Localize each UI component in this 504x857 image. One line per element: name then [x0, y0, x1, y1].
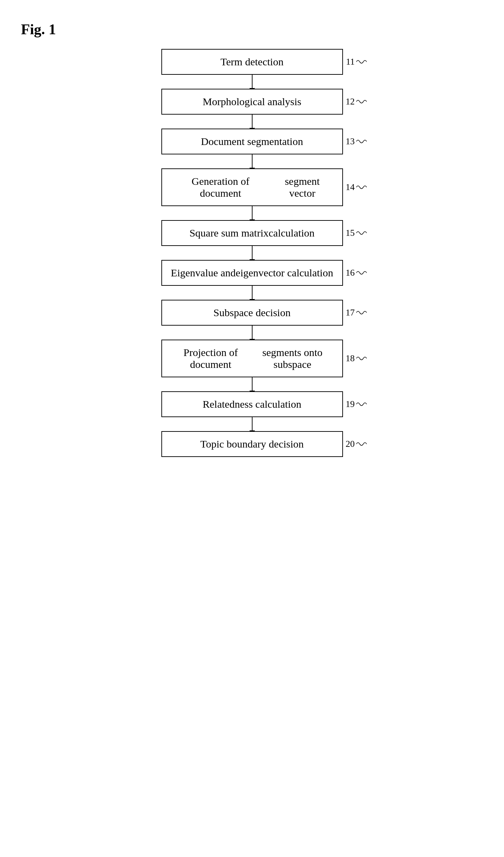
step-number-text: 12: [346, 96, 355, 107]
box-16: Eigenvalue andeigenvector calculation16: [161, 260, 343, 286]
step-number-12: 12: [346, 96, 367, 107]
box-text: Term detection: [220, 56, 283, 68]
box-20: Topic boundary decision20: [161, 431, 343, 457]
arrow-17: [252, 326, 253, 340]
flow-step-17: Subspace decision17: [112, 300, 392, 340]
box-text-line-1: segments onto subspace: [251, 347, 334, 370]
arrow-11: [252, 75, 253, 89]
arrow-12: [252, 115, 253, 129]
box-text-line-1: eigenvector calculation: [236, 267, 333, 279]
step-number-text: 19: [346, 399, 355, 409]
box-text: Relatedness calculation: [203, 398, 301, 410]
step-number-14: 14: [346, 182, 367, 193]
arrow-19: [252, 417, 253, 431]
box-text: Subspace decision: [213, 307, 291, 319]
flow-step-16: Eigenvalue andeigenvector calculation16: [112, 260, 392, 300]
step-number-text: 20: [346, 439, 355, 449]
step-number-11: 11: [346, 57, 366, 67]
arrow-16: [252, 286, 253, 300]
step-number-17: 17: [346, 307, 367, 318]
step-number-20: 20: [346, 439, 367, 449]
box-text-line-0: Projection of document: [170, 347, 251, 370]
flow-step-18: Projection of documentsegments onto subs…: [112, 340, 392, 391]
box-19: Relatedness calculation19: [161, 391, 343, 417]
box-12: Morphological analysis12: [161, 89, 343, 115]
flow-step-12: Morphological analysis12: [112, 89, 392, 129]
box-11: Term detection11: [161, 49, 343, 75]
step-number-19: 19: [346, 399, 367, 409]
step-number-16: 16: [346, 268, 367, 278]
arrow-18: [252, 377, 253, 391]
flow-step-19: Relatedness calculation19: [112, 391, 392, 431]
step-number-text: 15: [346, 228, 355, 238]
box-text-line-0: Eigenvalue and: [171, 267, 236, 279]
box-text-line-0: Generation of document: [170, 175, 271, 199]
box-13: Document segmentation13: [161, 129, 343, 154]
box-text: Morphological analysis: [203, 96, 301, 108]
box-text-line-0: Square sum matrix: [189, 227, 269, 239]
step-number-15: 15: [346, 228, 367, 238]
step-number-text: 13: [346, 136, 355, 147]
arrow-13: [252, 154, 253, 168]
step-number-text: 11: [346, 57, 355, 67]
flow-step-14: Generation of documentsegment vector14: [112, 168, 392, 220]
box-text: Document segmentation: [201, 136, 303, 147]
figure-label: Fig. 1: [21, 21, 56, 38]
flow-step-20: Topic boundary decision20: [112, 431, 392, 457]
step-number-text: 18: [346, 353, 355, 364]
flow-step-15: Square sum matrixcalculation15: [112, 220, 392, 260]
step-number-text: 14: [346, 182, 355, 193]
flowchart: Term detection11 Morphological analysis1…: [112, 49, 392, 457]
box-18: Projection of documentsegments onto subs…: [161, 340, 343, 377]
flow-step-11: Term detection11: [112, 49, 392, 89]
box-text-line-1: calculation: [269, 227, 315, 239]
arrow-14: [252, 206, 253, 220]
flow-step-13: Document segmentation13: [112, 129, 392, 168]
box-17: Subspace decision17: [161, 300, 343, 326]
box-text: Topic boundary decision: [200, 438, 304, 450]
arrow-15: [252, 246, 253, 260]
step-number-18: 18: [346, 353, 367, 364]
step-number-text: 17: [346, 307, 355, 318]
box-15: Square sum matrixcalculation15: [161, 220, 343, 246]
step-number-13: 13: [346, 136, 367, 147]
step-number-text: 16: [346, 268, 355, 278]
box-14: Generation of documentsegment vector14: [161, 168, 343, 206]
box-text-line-1: segment vector: [271, 175, 334, 199]
